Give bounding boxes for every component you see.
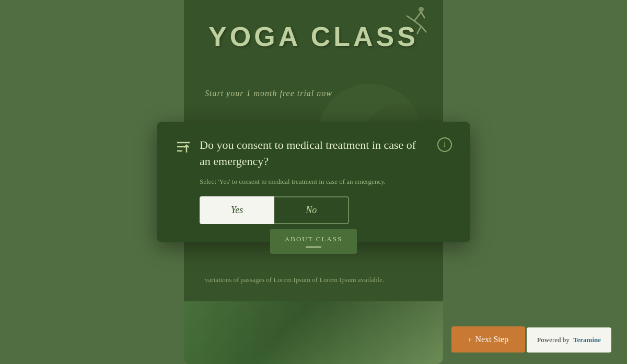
modal-header: Do you consent to medical treatment in c… — [175, 137, 452, 170]
info-icon[interactable]: i — [437, 137, 452, 152]
powered-by-badge: Powered by Teramine — [527, 327, 611, 353]
powered-by-brand: Teramine — [573, 336, 601, 344]
about-class-button[interactable]: ABOUT CLASS — [270, 229, 357, 254]
filter-icon — [175, 138, 192, 155]
next-step-button[interactable]: › Next Step — [451, 326, 525, 353]
next-step-arrow: › — [468, 335, 471, 344]
powered-by-prefix: Powered by — [537, 336, 570, 344]
next-step-label: Next Step — [475, 335, 508, 344]
modal-title: Do you consent to medical treatment in c… — [200, 137, 429, 170]
